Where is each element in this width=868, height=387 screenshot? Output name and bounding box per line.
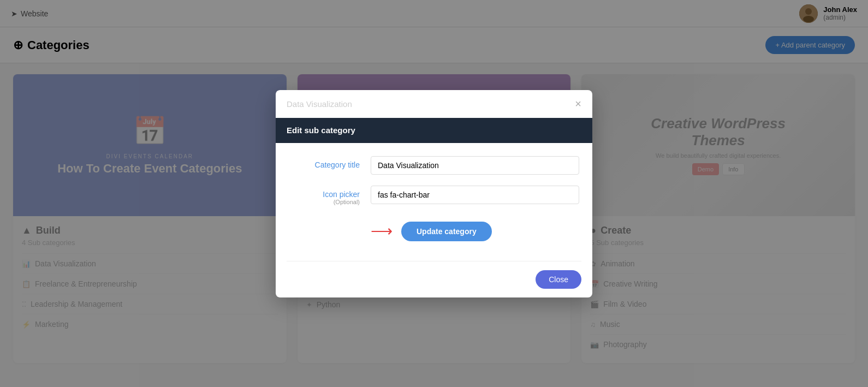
modal: Data Visualization × Edit sub category C… <box>276 90 592 297</box>
modal-header: Data Visualization × <box>276 90 592 118</box>
category-title-row: Category title <box>289 156 579 175</box>
icon-picker-input[interactable] <box>371 186 579 204</box>
modal-title: Data Visualization <box>287 99 352 109</box>
modal-subheader: Edit sub category <box>276 118 592 143</box>
modal-body: Category title Icon picker (Optional) ⟶ … <box>276 143 592 261</box>
modal-footer: Close <box>276 261 592 297</box>
modal-close-button[interactable]: × <box>575 98 581 110</box>
category-title-input[interactable] <box>371 156 579 175</box>
modal-overlay: Data Visualization × Edit sub category C… <box>0 0 868 374</box>
icon-picker-label: Icon picker (Optional) <box>289 186 360 205</box>
update-category-button[interactable]: Update category <box>401 222 492 241</box>
category-title-label: Category title <box>289 156 360 169</box>
red-arrow-icon: ⟶ <box>371 222 393 240</box>
close-button[interactable]: Close <box>536 270 581 289</box>
modal-subheader-title: Edit sub category <box>287 126 355 135</box>
icon-picker-row: Icon picker (Optional) <box>289 186 579 205</box>
update-row: ⟶ Update category <box>289 216 579 252</box>
